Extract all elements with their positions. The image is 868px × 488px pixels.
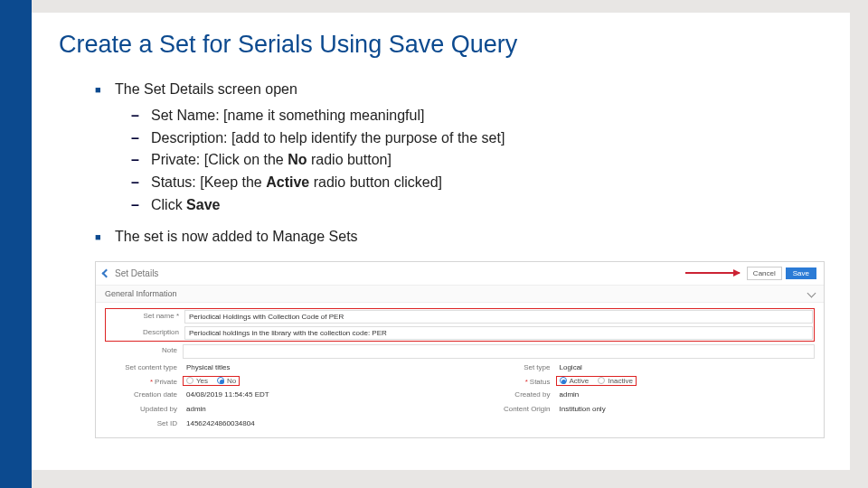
slide-panel: Create a Set for Serials Using Save Quer… [32, 13, 850, 470]
value-content-origin: Institution only [556, 403, 816, 415]
sub-item-4: Status: [Keep the Active radio button cl… [131, 172, 825, 194]
bullet-list: The Set Details screen open Set Name: [n… [95, 79, 825, 254]
chevron-down-icon [807, 289, 816, 298]
form-body: Set name * Periodical Holdings with Coll… [96, 303, 824, 437]
bullet-2: The set is now added to Manage Sets [95, 226, 825, 249]
bullet-1: The Set Details screen open Set Name: [n… [95, 79, 825, 217]
row-content-origin: Content Origin Institution only [478, 403, 816, 415]
radio-yes-label: Yes [196, 377, 208, 385]
radio-active-label: Active [570, 377, 590, 385]
radio-no-label: No [227, 377, 236, 385]
sub4-bold: Active [266, 174, 309, 190]
sub-item-5: Click Save [131, 194, 825, 217]
value-created-by: admin [556, 389, 816, 400]
label-description: Description [107, 326, 179, 336]
section-title: General Information [105, 289, 177, 298]
sub-list: Set Name: [name it something meaningful]… [131, 105, 825, 217]
label-status: *Status [478, 376, 551, 386]
label-created-by: Created by [478, 389, 551, 399]
label-content-origin: Content Origin [478, 403, 551, 413]
input-set-name[interactable]: Periodical Holdings with Collection Code… [184, 310, 813, 324]
row-description: Description Periodical holdings in the l… [107, 326, 813, 340]
row-private: *Private Yes No [105, 376, 442, 386]
row-set-name: Set name * Periodical Holdings with Coll… [107, 310, 813, 324]
sub4-post: radio button clicked] [309, 174, 442, 190]
arrow-annotation [685, 272, 740, 274]
input-note[interactable] [183, 344, 815, 359]
input-description[interactable]: Periodical holdings in the library with … [184, 326, 813, 340]
value-set-type: Logical [556, 361, 816, 373]
section-header[interactable]: General Information [96, 286, 824, 303]
slide-title: Create a Set for Serials Using Save Quer… [59, 31, 825, 59]
value-creation-date: 04/08/2019 11:54:45 EDT [183, 389, 442, 400]
sub-item-1: Set Name: [name it something meaningful] [131, 105, 825, 127]
value-set-id: 14562424860034804 [183, 418, 442, 429]
row-note: Note [105, 344, 815, 359]
sub-item-3: Private: [Click on the No radio button] [131, 149, 825, 172]
label-set-name: Set name * [107, 310, 179, 320]
radio-icon [186, 377, 193, 384]
sub5-bold: Save [186, 197, 220, 212]
row-status: *Status Active Inactive [478, 376, 816, 386]
private-radio-group: Yes No [183, 376, 240, 386]
back-icon[interactable] [102, 268, 111, 277]
label-set-type: Set type [478, 361, 551, 371]
label-status-text: Status [530, 378, 551, 386]
label-set-id: Set ID [105, 418, 177, 427]
radio-icon [560, 377, 567, 384]
shot-header: Set Details Cancel Save [96, 262, 824, 286]
cancel-button[interactable]: Cancel [747, 267, 782, 280]
sub3-pre: Private: [Click on the [151, 152, 288, 167]
row-set-type: Set type Logical [478, 361, 816, 373]
label-note: Note [105, 344, 177, 354]
sub4-pre: Status: [Keep the [151, 174, 266, 190]
sub5-pre: Click [151, 197, 186, 212]
highlight-name-desc: Set name * Periodical Holdings with Coll… [105, 308, 815, 342]
row-updated-by: Updated by admin [105, 403, 442, 415]
sub-item-2: Description: [add to help identify the p… [131, 127, 825, 150]
sub3-bold: No [288, 152, 307, 167]
sub3-post: radio button] [307, 152, 392, 167]
row-set-id: Set ID 14562424860034804 [105, 418, 442, 429]
radio-status-active[interactable]: Active [560, 377, 590, 385]
embedded-screenshot: Set Details Cancel Save General Informat… [95, 261, 825, 438]
bullet-1-text: The Set Details screen open [115, 81, 297, 97]
accent-sidebar [0, 0, 32, 488]
row-content-type: Set content type Physical titles [105, 361, 442, 373]
shot-page-title: Set Details [115, 268, 158, 278]
radio-status-inactive[interactable]: Inactive [598, 377, 633, 385]
radio-icon [217, 377, 224, 384]
status-radio-group: Active Inactive [556, 376, 637, 386]
save-button[interactable]: Save [786, 267, 816, 279]
radio-private-no[interactable]: No [217, 377, 236, 385]
label-content-type: Set content type [105, 361, 177, 371]
value-updated-by: admin [183, 403, 442, 415]
radio-icon [598, 377, 605, 384]
row-creation-date: Creation date 04/08/2019 11:54:45 EDT [105, 389, 442, 400]
radio-private-yes[interactable]: Yes [186, 377, 208, 385]
label-private: *Private [105, 376, 177, 386]
label-private-text: Private [155, 378, 177, 386]
value-content-type: Physical titles [183, 361, 442, 373]
label-creation-date: Creation date [105, 389, 177, 399]
row-created-by: Created by admin [478, 389, 816, 400]
radio-inactive-label: Inactive [608, 377, 633, 385]
label-updated-by: Updated by [105, 403, 177, 413]
